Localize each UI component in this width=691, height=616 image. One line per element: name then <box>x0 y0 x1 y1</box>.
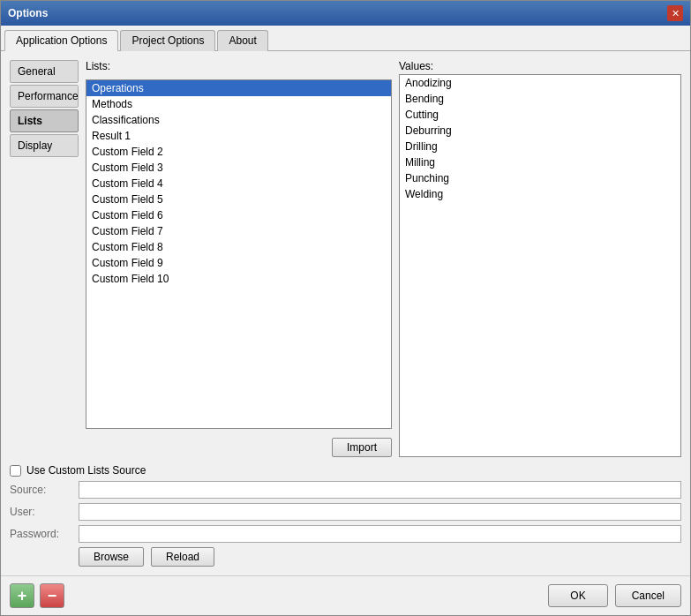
value-welding[interactable]: Welding <box>400 186 680 202</box>
tab-bar: Application Options Project Options Abou… <box>1 26 690 51</box>
right-panel: Values: Anodizing Bending Cutting Deburr… <box>399 60 681 457</box>
password-label: Password: <box>10 528 71 540</box>
value-milling[interactable]: Milling <box>400 154 680 170</box>
ok-button[interactable]: OK <box>548 584 607 607</box>
lists-label: Lists: <box>86 60 392 72</box>
values-label: Values: <box>399 60 681 72</box>
footer-left: + − <box>10 583 64 608</box>
value-deburring[interactable]: Deburring <box>400 123 680 139</box>
browse-button[interactable]: Browse <box>79 547 144 567</box>
list-item-custom6[interactable]: Custom Field 6 <box>86 207 391 223</box>
minus-icon: − <box>48 587 57 605</box>
password-input[interactable] <box>79 525 681 543</box>
window-title: Options <box>8 7 48 19</box>
source-row: Source: <box>10 481 681 499</box>
source-input[interactable] <box>79 481 681 499</box>
value-bending[interactable]: Bending <box>400 91 680 107</box>
sidebar-tab-display[interactable]: Display <box>10 134 79 157</box>
list-item-methods[interactable]: Methods <box>86 96 391 112</box>
center-panel: Lists: Operations Methods Classification… <box>86 60 392 457</box>
close-button[interactable]: ✕ <box>667 5 683 21</box>
list-item-custom5[interactable]: Custom Field 5 <box>86 192 391 207</box>
sidebar-tab-general[interactable]: General <box>10 60 79 83</box>
list-item-custom9[interactable]: Custom Field 9 <box>86 255 391 271</box>
value-drilling[interactable]: Drilling <box>400 139 680 154</box>
tab-application-options[interactable]: Application Options <box>4 30 118 51</box>
use-custom-lists-label: Use Custom Lists Source <box>26 464 146 477</box>
cancel-button[interactable]: Cancel <box>615 584 681 607</box>
user-input[interactable] <box>79 503 681 521</box>
user-label: User: <box>10 506 71 518</box>
import-row: Import <box>86 438 392 457</box>
list-item-custom4[interactable]: Custom Field 4 <box>86 176 391 192</box>
remove-button[interactable]: − <box>40 583 64 608</box>
use-custom-lists-checkbox[interactable] <box>10 465 21 477</box>
plus-icon: + <box>18 587 27 605</box>
list-item-custom8[interactable]: Custom Field 8 <box>86 239 391 255</box>
value-cutting[interactable]: Cutting <box>400 107 680 123</box>
custom-lists-row: Use Custom Lists Source <box>10 464 681 477</box>
values-listbox[interactable]: Anodizing Bending Cutting Deburring Dril… <box>399 74 681 457</box>
tab-about[interactable]: About <box>217 30 267 51</box>
add-button[interactable]: + <box>10 583 34 608</box>
footer-right: OK Cancel <box>548 584 681 607</box>
footer: + − OK Cancel <box>1 575 690 615</box>
main-area: General Performance Lists Display Lists:… <box>10 60 681 457</box>
reload-button[interactable]: Reload <box>151 547 214 567</box>
lists-listbox[interactable]: Operations Methods Classifications Resul… <box>86 79 392 429</box>
sidebar-tab-lists[interactable]: Lists <box>10 109 79 132</box>
value-anodizing[interactable]: Anodizing <box>400 75 680 91</box>
list-item-operations[interactable]: Operations <box>86 80 391 96</box>
value-punching[interactable]: Punching <box>400 170 680 186</box>
user-row: User: <box>10 503 681 521</box>
password-row: Password: <box>10 525 681 543</box>
list-item-custom2[interactable]: Custom Field 2 <box>86 144 391 160</box>
browse-reload-row: Browse Reload <box>79 547 681 567</box>
list-item-classifications[interactable]: Classifications <box>86 112 391 128</box>
source-label: Source: <box>10 484 71 496</box>
title-bar: Options ✕ <box>1 1 690 26</box>
tab-content: General Performance Lists Display Lists:… <box>1 51 690 575</box>
sidebar: General Performance Lists Display <box>10 60 79 457</box>
list-item-custom7[interactable]: Custom Field 7 <box>86 223 391 239</box>
sidebar-tab-performance[interactable]: Performance <box>10 85 79 108</box>
tab-project-options[interactable]: Project Options <box>120 30 215 51</box>
list-item-custom10[interactable]: Custom Field 10 <box>86 271 391 287</box>
list-item-result1[interactable]: Result 1 <box>86 128 391 144</box>
bottom-section: Use Custom Lists Source Source: User: Pa… <box>10 464 681 567</box>
list-item-custom3[interactable]: Custom Field 3 <box>86 160 391 176</box>
import-button[interactable]: Import <box>332 438 392 457</box>
options-window: Options ✕ Application Options Project Op… <box>0 0 691 616</box>
